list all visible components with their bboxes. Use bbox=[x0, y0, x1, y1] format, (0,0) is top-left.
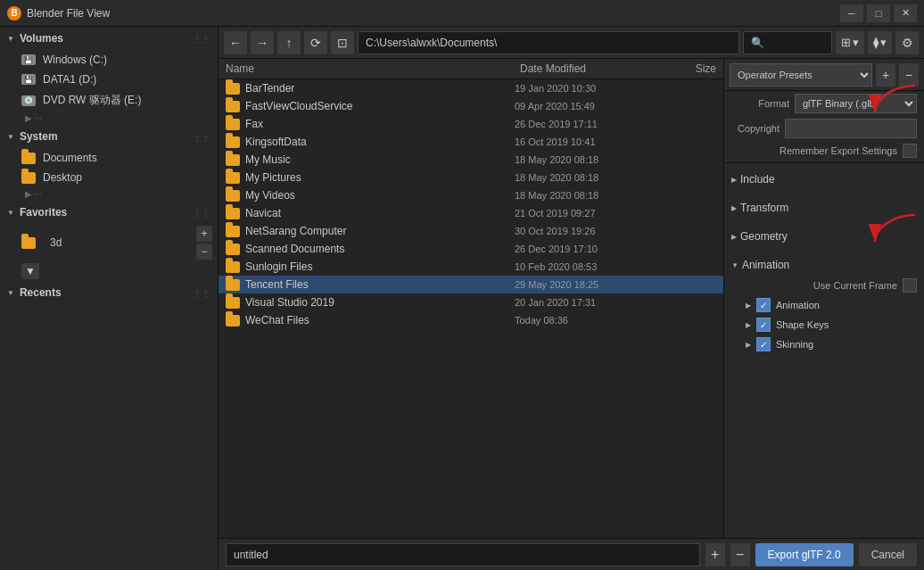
presets-add-button[interactable]: + bbox=[876, 63, 895, 87]
table-row[interactable]: My Videos 18 May 2020 08:18 bbox=[219, 186, 723, 204]
path-input[interactable] bbox=[358, 31, 739, 54]
filename-input[interactable] bbox=[226, 543, 700, 566]
favorites-item-3d[interactable]: 3d bbox=[21, 235, 193, 251]
sidebar-label-dvd-e: DVD RW 驱动器 (E:) bbox=[43, 93, 210, 108]
column-date: Date Modified bbox=[520, 62, 663, 75]
volumes-expand-icon: ▶ ··· bbox=[25, 113, 42, 123]
file-date: 20 Jan 2020 17:31 bbox=[515, 297, 657, 308]
operator-presets-select[interactable]: Operator Presets bbox=[730, 63, 872, 87]
animation-checkbox[interactable] bbox=[756, 298, 771, 312]
table-row[interactable]: Sunlogin Files 10 Feb 2020 08:53 bbox=[219, 258, 723, 276]
table-row[interactable]: My Pictures 18 May 2020 08:18 bbox=[219, 169, 723, 186]
folder-icon bbox=[226, 101, 240, 112]
bottom-add-button[interactable]: + bbox=[705, 543, 725, 566]
cancel-button[interactable]: Cancel bbox=[859, 543, 917, 566]
use-current-frame-row: Use Current Frame bbox=[724, 276, 924, 295]
file-name: FastViewCloudService bbox=[245, 100, 509, 112]
format-select[interactable]: glTF Binary (.glb) bbox=[795, 94, 917, 113]
system-section-header[interactable]: ▼ System ⋮⋮ bbox=[0, 125, 218, 148]
system-expand[interactable]: ▶ ··· bbox=[0, 187, 218, 201]
filter-button[interactable]: ⧫ ▾ bbox=[868, 31, 892, 54]
folder-icon-documents bbox=[21, 153, 36, 164]
skinning-checkbox[interactable] bbox=[756, 337, 771, 351]
back-button[interactable]: ← bbox=[224, 31, 247, 54]
presets-minus-button[interactable]: − bbox=[899, 63, 919, 87]
bookmark-button[interactable]: ⊡ bbox=[331, 31, 354, 54]
favorites-section-header[interactable]: ▼ Favorites ⋮⋮ bbox=[0, 201, 218, 224]
favorites-expand-button[interactable]: ▼ bbox=[21, 263, 39, 279]
up-button[interactable]: ↑ bbox=[277, 31, 301, 54]
right-panel: ← → ↑ ⟳ ⊡ ⊞ ▾ ⧫ ▾ ⚙ Name Date Modifi bbox=[219, 27, 924, 570]
folder-icon-desktop bbox=[21, 172, 36, 184]
favorites-minus-button[interactable]: − bbox=[196, 244, 212, 260]
copyright-input[interactable] bbox=[785, 119, 917, 138]
search-input[interactable] bbox=[743, 31, 832, 54]
forward-button[interactable]: → bbox=[251, 31, 274, 54]
file-date: 10 Feb 2020 08:53 bbox=[515, 261, 657, 272]
recents-triangle: ▼ bbox=[7, 289, 14, 297]
recents-section-header[interactable]: ▼ Recents ⋮⋮ bbox=[0, 281, 218, 304]
file-date: 18 May 2020 08:18 bbox=[515, 172, 657, 183]
favorites-label-3d: 3d bbox=[50, 236, 193, 249]
sidebar-item-desktop[interactable]: Desktop bbox=[0, 168, 218, 187]
volumes-expand[interactable]: ▶ ··· bbox=[0, 112, 218, 125]
geometry-section-header[interactable]: ▶ Geometry bbox=[724, 226, 924, 247]
table-row[interactable]: WeChat Files Today 08:36 bbox=[219, 311, 723, 329]
transform-triangle: ▶ bbox=[731, 204, 737, 212]
sidebar-item-documents[interactable]: Documents bbox=[0, 148, 218, 168]
use-current-frame-label: Use Current Frame bbox=[746, 280, 897, 291]
file-toolbar: ← → ↑ ⟳ ⊡ ⊞ ▾ ⧫ ▾ ⚙ bbox=[219, 27, 924, 59]
favorites-add-button[interactable]: + bbox=[196, 226, 212, 242]
drive-icon-c: 💾 bbox=[21, 54, 36, 65]
table-row[interactable]: My Music 18 May 2020 08:18 bbox=[219, 151, 723, 169]
include-section-header[interactable]: ▶ Include bbox=[724, 169, 924, 190]
table-row[interactable]: FastViewCloudService 09 Apr 2020 15:49 bbox=[219, 97, 723, 115]
maximize-button[interactable]: □ bbox=[867, 4, 890, 22]
table-row[interactable]: BarTender 19 Jan 2020 10:30 bbox=[219, 79, 723, 97]
table-row[interactable]: KingsoftData 16 Oct 2019 10:41 bbox=[219, 133, 723, 151]
folder-icon bbox=[226, 154, 240, 166]
transform-section-header[interactable]: ▶ Transform bbox=[724, 197, 924, 219]
table-row[interactable]: NetSarang Computer 30 Oct 2019 19:26 bbox=[219, 222, 723, 240]
file-name: Fax bbox=[245, 118, 509, 130]
file-list: Name Date Modified Size BarTender 19 Jan… bbox=[219, 59, 723, 538]
export-button[interactable]: Export glTF 2.0 bbox=[755, 543, 854, 566]
system-expand-icon: ▶ ··· bbox=[25, 189, 42, 199]
refresh-button[interactable]: ⟳ bbox=[304, 31, 327, 54]
sidebar-item-windows-c[interactable]: 💾 Windows (C:) bbox=[0, 50, 218, 70]
sidebar-item-dvd-e[interactable]: 💿 DVD RW 驱动器 (E:) bbox=[0, 89, 218, 112]
animation-section-header[interactable]: ▼ Animation bbox=[724, 254, 924, 276]
volumes-section-header[interactable]: ▼ Volumes ⋮⋮ bbox=[0, 27, 218, 50]
shape-keys-checkbox[interactable] bbox=[756, 318, 771, 332]
file-name: WeChat Files bbox=[245, 314, 509, 326]
shape-keys-triangle: ▶ bbox=[746, 321, 751, 329]
folder-icon bbox=[226, 315, 240, 326]
minimize-button[interactable]: ─ bbox=[840, 4, 863, 22]
table-row[interactable]: Scanned Documents 26 Dec 2019 17:10 bbox=[219, 240, 723, 258]
view-mode-button[interactable]: ⊞ ▾ bbox=[836, 31, 864, 54]
table-row[interactable]: Navicat 21 Oct 2019 09:27 bbox=[219, 204, 723, 222]
table-row[interactable]: Tencent Files 29 May 2020 18:25 bbox=[219, 276, 723, 293]
file-date: 21 Oct 2019 09:27 bbox=[515, 208, 657, 219]
skinning-sub-row: ▶ Skinning bbox=[724, 335, 924, 354]
use-current-frame-checkbox[interactable] bbox=[903, 278, 917, 293]
copyright-label: Copyright bbox=[731, 123, 780, 134]
recents-dots: ⋮⋮ bbox=[193, 288, 210, 298]
system-dots: ⋮⋮ bbox=[193, 132, 210, 142]
transform-section: ▶ Transform bbox=[724, 194, 924, 222]
file-date: 09 Apr 2020 15:49 bbox=[515, 101, 657, 112]
table-row[interactable]: Visual Studio 2019 20 Jan 2020 17:31 bbox=[219, 293, 723, 311]
animation-sub-label: Animation bbox=[776, 300, 820, 310]
bottom-minus-button[interactable]: − bbox=[730, 543, 750, 566]
sidebar-item-data1-d[interactable]: 💾 DATA1 (D:) bbox=[0, 70, 218, 89]
table-row[interactable]: Fax 26 Dec 2019 17:11 bbox=[219, 115, 723, 133]
bottom-bar: + − Export glTF 2.0 Cancel bbox=[219, 538, 924, 570]
close-button[interactable]: ✕ bbox=[894, 4, 917, 22]
main-container: ▼ Volumes ⋮⋮ 💾 Windows (C:) 💾 DATA1 (D:)… bbox=[0, 27, 924, 570]
system-title: System bbox=[20, 130, 193, 143]
volumes-triangle: ▼ bbox=[7, 35, 14, 43]
remember-checkbox[interactable] bbox=[903, 144, 917, 158]
file-date: 18 May 2020 08:18 bbox=[515, 190, 657, 201]
column-size: Size bbox=[663, 62, 716, 75]
settings-button[interactable]: ⚙ bbox=[895, 31, 919, 54]
